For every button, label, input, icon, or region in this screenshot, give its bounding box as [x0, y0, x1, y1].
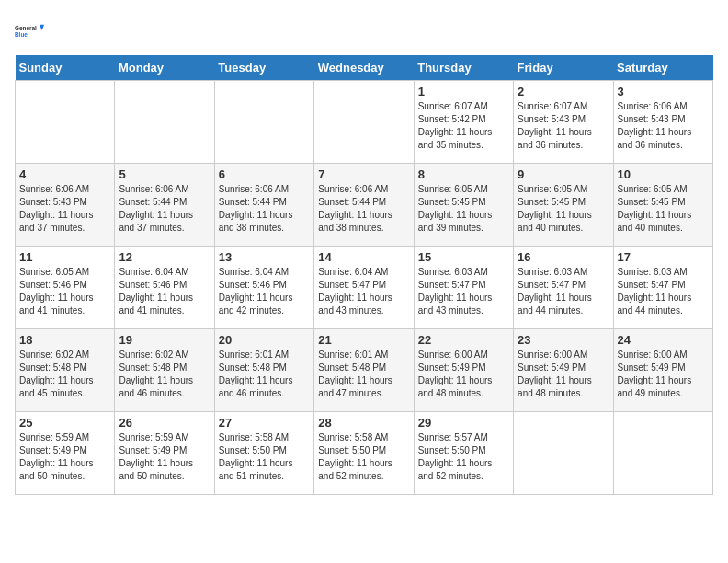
calendar-header-row: SundayMondayTuesdayWednesdayThursdayFrid… [16, 55, 713, 81]
day-info: Sunrise: 6:00 AM Sunset: 5:49 PM Dayligh… [618, 349, 709, 400]
calendar-cell [613, 412, 712, 495]
day-info: Sunrise: 6:06 AM Sunset: 5:43 PM Dayligh… [618, 100, 709, 152]
day-number: 7 [318, 167, 409, 181]
day-number: 29 [418, 416, 509, 430]
header: General Blue [15, 15, 713, 48]
day-info: Sunrise: 6:01 AM Sunset: 5:48 PM Dayligh… [219, 349, 310, 400]
week-row-1: 1Sunrise: 6:07 AM Sunset: 5:42 PM Daylig… [16, 81, 713, 164]
day-info: Sunrise: 6:02 AM Sunset: 5:48 PM Dayligh… [19, 349, 110, 400]
calendar-cell [314, 81, 414, 164]
day-number: 11 [19, 250, 110, 264]
week-row-2: 4Sunrise: 6:06 AM Sunset: 5:43 PM Daylig… [16, 164, 713, 247]
calendar-cell: 14Sunrise: 6:04 AM Sunset: 5:47 PM Dayli… [314, 247, 414, 329]
header-friday: Friday [514, 55, 613, 81]
week-row-4: 18Sunrise: 6:02 AM Sunset: 5:48 PM Dayli… [16, 329, 713, 412]
calendar-cell: 13Sunrise: 6:04 AM Sunset: 5:46 PM Dayli… [214, 247, 313, 329]
day-info: Sunrise: 5:58 AM Sunset: 5:50 PM Dayligh… [318, 431, 409, 483]
calendar-cell [214, 81, 313, 164]
day-number: 1 [418, 85, 509, 98]
day-info: Sunrise: 6:02 AM Sunset: 5:48 PM Dayligh… [119, 349, 210, 400]
header-wednesday: Wednesday [314, 55, 414, 81]
day-info: Sunrise: 6:04 AM Sunset: 5:46 PM Dayligh… [219, 266, 310, 317]
calendar-cell: 22Sunrise: 6:00 AM Sunset: 5:49 PM Dayli… [414, 329, 513, 412]
day-number: 26 [119, 416, 210, 430]
day-info: Sunrise: 6:03 AM Sunset: 5:47 PM Dayligh… [418, 266, 509, 317]
day-number: 24 [618, 333, 709, 347]
header-monday: Monday [115, 55, 214, 81]
day-number: 13 [219, 250, 310, 264]
calendar-cell: 5Sunrise: 6:06 AM Sunset: 5:44 PM Daylig… [115, 164, 214, 247]
day-number: 21 [318, 333, 409, 347]
day-info: Sunrise: 6:06 AM Sunset: 5:44 PM Dayligh… [219, 183, 310, 235]
calendar-cell: 20Sunrise: 6:01 AM Sunset: 5:48 PM Dayli… [214, 329, 313, 412]
day-info: Sunrise: 6:00 AM Sunset: 5:49 PM Dayligh… [518, 349, 609, 400]
day-info: Sunrise: 6:05 AM Sunset: 5:45 PM Dayligh… [418, 183, 509, 235]
svg-text:Blue: Blue [15, 31, 28, 38]
week-row-3: 11Sunrise: 6:05 AM Sunset: 5:46 PM Dayli… [16, 247, 713, 329]
calendar-cell: 7Sunrise: 6:06 AM Sunset: 5:44 PM Daylig… [314, 164, 414, 247]
day-number: 8 [418, 167, 509, 181]
day-number: 6 [219, 167, 310, 181]
day-number: 10 [618, 167, 709, 181]
day-number: 19 [119, 333, 210, 347]
calendar-cell: 25Sunrise: 5:59 AM Sunset: 5:49 PM Dayli… [16, 412, 115, 495]
day-info: Sunrise: 6:05 AM Sunset: 5:46 PM Dayligh… [19, 266, 110, 317]
day-info: Sunrise: 6:01 AM Sunset: 5:48 PM Dayligh… [318, 349, 409, 400]
calendar-cell: 4Sunrise: 6:06 AM Sunset: 5:43 PM Daylig… [16, 164, 115, 247]
day-info: Sunrise: 6:05 AM Sunset: 5:45 PM Dayligh… [618, 183, 709, 235]
day-number: 27 [219, 416, 310, 430]
calendar-cell: 1Sunrise: 6:07 AM Sunset: 5:42 PM Daylig… [414, 81, 513, 164]
day-number: 16 [518, 250, 609, 264]
day-info: Sunrise: 6:07 AM Sunset: 5:42 PM Dayligh… [418, 100, 509, 152]
day-info: Sunrise: 6:03 AM Sunset: 5:47 PM Dayligh… [618, 266, 709, 317]
day-number: 15 [418, 250, 509, 264]
day-info: Sunrise: 5:58 AM Sunset: 5:50 PM Dayligh… [219, 431, 310, 483]
day-info: Sunrise: 6:03 AM Sunset: 5:47 PM Dayligh… [518, 266, 609, 317]
logo-svg: General Blue [15, 15, 44, 48]
day-number: 4 [19, 167, 110, 181]
calendar-cell: 21Sunrise: 6:01 AM Sunset: 5:48 PM Dayli… [314, 329, 414, 412]
calendar-cell: 15Sunrise: 6:03 AM Sunset: 5:47 PM Dayli… [414, 247, 513, 329]
calendar-cell: 9Sunrise: 6:05 AM Sunset: 5:45 PM Daylig… [514, 164, 613, 247]
day-number: 9 [518, 167, 609, 181]
calendar-cell: 19Sunrise: 6:02 AM Sunset: 5:48 PM Dayli… [115, 329, 214, 412]
header-saturday: Saturday [613, 55, 712, 81]
day-info: Sunrise: 5:59 AM Sunset: 5:49 PM Dayligh… [119, 431, 210, 483]
calendar-cell: 28Sunrise: 5:58 AM Sunset: 5:50 PM Dayli… [314, 412, 414, 495]
day-number: 28 [318, 416, 409, 430]
calendar-cell: 8Sunrise: 6:05 AM Sunset: 5:45 PM Daylig… [414, 164, 513, 247]
day-info: Sunrise: 6:06 AM Sunset: 5:44 PM Dayligh… [318, 183, 409, 235]
calendar-cell: 27Sunrise: 5:58 AM Sunset: 5:50 PM Dayli… [214, 412, 313, 495]
day-number: 23 [518, 333, 609, 347]
header-tuesday: Tuesday [214, 55, 313, 81]
calendar-cell [16, 81, 115, 164]
calendar-cell: 3Sunrise: 6:06 AM Sunset: 5:43 PM Daylig… [613, 81, 712, 164]
day-info: Sunrise: 6:00 AM Sunset: 5:49 PM Dayligh… [418, 349, 509, 400]
calendar-cell: 17Sunrise: 6:03 AM Sunset: 5:47 PM Dayli… [613, 247, 712, 329]
day-number: 17 [618, 250, 709, 264]
calendar-cell [115, 81, 214, 164]
day-info: Sunrise: 6:06 AM Sunset: 5:44 PM Dayligh… [119, 183, 210, 235]
header-sunday: Sunday [16, 55, 115, 81]
day-number: 14 [318, 250, 409, 264]
day-number: 25 [19, 416, 110, 430]
calendar-cell: 2Sunrise: 6:07 AM Sunset: 5:43 PM Daylig… [514, 81, 613, 164]
calendar-cell: 10Sunrise: 6:05 AM Sunset: 5:45 PM Dayli… [613, 164, 712, 247]
calendar-cell: 6Sunrise: 6:06 AM Sunset: 5:44 PM Daylig… [214, 164, 313, 247]
calendar-cell: 23Sunrise: 6:00 AM Sunset: 5:49 PM Dayli… [514, 329, 613, 412]
day-number: 18 [19, 333, 110, 347]
calendar-cell: 18Sunrise: 6:02 AM Sunset: 5:48 PM Dayli… [16, 329, 115, 412]
day-number: 22 [418, 333, 509, 347]
calendar-cell: 11Sunrise: 6:05 AM Sunset: 5:46 PM Dayli… [16, 247, 115, 329]
calendar-cell: 24Sunrise: 6:00 AM Sunset: 5:49 PM Dayli… [613, 329, 712, 412]
calendar-cell [514, 412, 613, 495]
day-info: Sunrise: 6:04 AM Sunset: 5:46 PM Dayligh… [119, 266, 210, 317]
day-number: 5 [119, 167, 210, 181]
svg-marker-2 [40, 25, 44, 30]
day-number: 2 [518, 85, 609, 98]
day-info: Sunrise: 6:06 AM Sunset: 5:43 PM Dayligh… [19, 183, 110, 235]
svg-text:General: General [15, 25, 37, 31]
header-thursday: Thursday [414, 55, 513, 81]
day-info: Sunrise: 5:59 AM Sunset: 5:49 PM Dayligh… [19, 431, 110, 483]
day-number: 20 [219, 333, 310, 347]
